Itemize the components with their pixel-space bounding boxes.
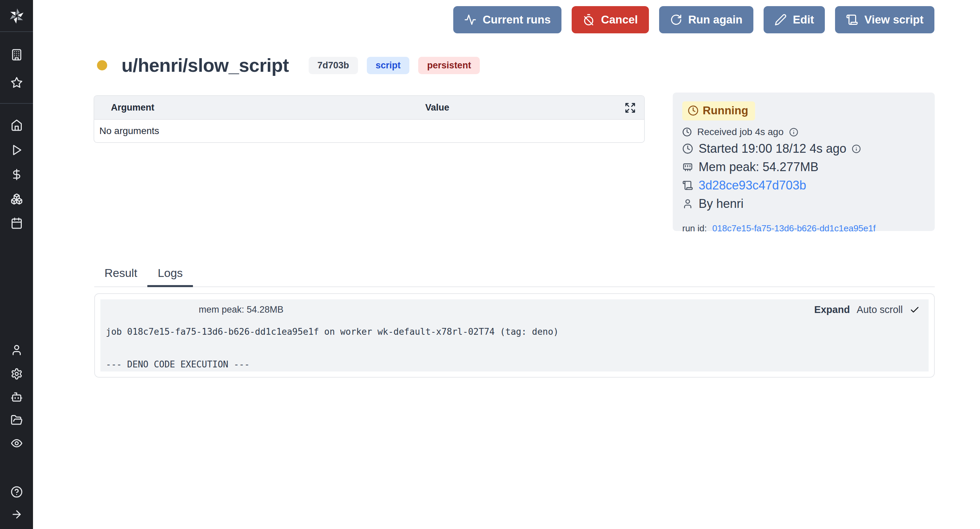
hash-badge: 7d703b <box>309 57 358 74</box>
user-icon <box>682 199 693 209</box>
tab-result[interactable]: Result <box>94 264 147 287</box>
logs-viewer: mem peak: 54.28MB Expand Auto scroll job… <box>100 299 929 372</box>
home-icon[interactable] <box>11 119 23 131</box>
refresh-icon <box>670 14 682 26</box>
table-row: No arguments <box>94 120 644 142</box>
current-runs-button[interactable]: Current runs <box>453 6 562 33</box>
scroll-icon <box>682 180 693 191</box>
logs-panel: mem peak: 54.28MB Expand Auto scroll job… <box>94 293 935 378</box>
pen-icon <box>775 14 787 26</box>
page-title: u/henri/slow_script <box>121 54 289 76</box>
run-again-button[interactable]: Run again <box>659 6 754 33</box>
users-icon[interactable] <box>11 344 23 356</box>
logs-expand-button[interactable]: Expand <box>814 304 850 315</box>
audit-eye-icon[interactable] <box>11 437 23 450</box>
clock-icon <box>682 143 693 154</box>
workspace-building-icon[interactable] <box>11 49 23 61</box>
started-text: Started 19:00 18/12 4s ago <box>698 141 846 156</box>
run-id-label: run id: <box>682 223 707 234</box>
script-hash-row: 3d28ce93c47d703b <box>682 178 925 192</box>
expand-table-button[interactable] <box>624 102 637 114</box>
clock-icon <box>682 127 692 137</box>
view-script-button[interactable]: View script <box>835 6 934 33</box>
run-again-label: Run again <box>688 13 743 26</box>
running-status-badge: Running <box>682 102 755 121</box>
action-buttons-row: Current runs Cancel Run again Edit View … <box>453 6 934 33</box>
persistent-badge: persistent <box>418 57 480 74</box>
logs-autoscroll-label[interactable]: Auto scroll <box>857 304 903 315</box>
sidebar-divider <box>0 103 33 104</box>
no-arguments-text: No arguments <box>99 125 159 137</box>
job-status-panel: Running Received job 4s ago Started 19:0… <box>673 92 935 231</box>
logs-controls: Expand Auto scroll <box>814 304 920 315</box>
cancel-label: Cancel <box>601 13 638 26</box>
author-text: By henri <box>698 197 743 211</box>
started-row: Started 19:00 18/12 4s ago <box>682 141 925 156</box>
tab-logs[interactable]: Logs <box>147 264 193 287</box>
sidebar <box>0 0 33 529</box>
status-dot <box>97 60 107 70</box>
settings-gear-icon[interactable] <box>11 368 23 380</box>
job-badges: 7d703b script persistent <box>309 57 480 74</box>
scroll-icon <box>846 14 858 26</box>
author-row: By henri <box>682 197 925 211</box>
mem-peak-text: Mem peak: 54.277MB <box>698 160 818 174</box>
windmill-logo-icon[interactable] <box>8 8 25 24</box>
clock-icon <box>688 105 698 116</box>
logs-mem-peak-text: mem peak: 54.28MB <box>199 305 283 315</box>
edit-button[interactable]: Edit <box>764 6 825 33</box>
run-id-link[interactable]: 018c7e15-fa75-13d6-b626-dd1c1ea95e1f <box>712 223 875 234</box>
argument-column-header: Argument <box>94 102 154 113</box>
timer-off-icon <box>582 14 595 26</box>
folders-icon[interactable] <box>11 414 23 426</box>
log-output: job 018c7e15-fa75-13d6-b626-dd1c1ea95e1f… <box>106 324 929 372</box>
sidebar-divider <box>0 31 33 32</box>
activity-icon <box>464 14 476 26</box>
logs-topbar: mem peak: 54.28MB Expand Auto scroll <box>100 299 929 315</box>
workers-bot-icon[interactable] <box>11 391 23 403</box>
value-column-header: Value <box>425 102 450 113</box>
run-id-row: run id: 018c7e15-fa75-13d6-b626-dd1c1ea9… <box>682 223 925 234</box>
edit-label: Edit <box>793 13 814 26</box>
kind-badge: script <box>367 57 410 74</box>
arguments-table: Argument Value No arguments <box>94 95 645 143</box>
expand-icon <box>624 102 636 114</box>
mem-peak-row: Mem peak: 54.277MB <box>682 160 925 174</box>
help-icon[interactable] <box>11 486 23 498</box>
cancel-button[interactable]: Cancel <box>572 6 649 33</box>
arguments-table-header: Argument Value <box>94 96 644 120</box>
current-runs-label: Current runs <box>482 13 550 26</box>
check-icon[interactable] <box>910 305 920 315</box>
view-script-label: View script <box>864 13 924 26</box>
expand-sidebar-arrow-icon[interactable] <box>11 508 23 521</box>
favorites-star-icon[interactable] <box>11 76 23 89</box>
memory-icon <box>682 162 693 173</box>
runs-play-icon[interactable] <box>11 144 23 156</box>
result-logs-tabs: Result Logs <box>94 264 935 287</box>
info-icon[interactable] <box>789 127 798 137</box>
variables-dollar-icon[interactable] <box>11 168 23 181</box>
job-title-row: u/henri/slow_script 7d703b script persis… <box>97 54 480 76</box>
resources-boxes-icon[interactable] <box>11 193 23 205</box>
received-text: Received job 4s ago <box>697 127 784 137</box>
info-icon[interactable] <box>852 144 861 153</box>
running-status-label: Running <box>703 104 748 117</box>
received-row: Received job 4s ago <box>682 127 925 137</box>
script-hash-link[interactable]: 3d28ce93c47d703b <box>698 178 806 192</box>
schedules-calendar-icon[interactable] <box>11 217 23 229</box>
